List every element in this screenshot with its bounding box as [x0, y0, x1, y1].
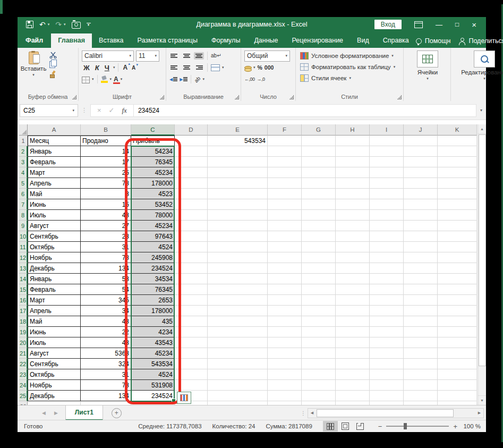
conditional-formatting-button[interactable]: Условное форматирование ▾ [300, 50, 401, 61]
ribbon-display-options-icon[interactable] [414, 21, 423, 28]
cell-A19[interactable]: Июнь [28, 327, 81, 337]
cell-B23[interactable]: 31 [81, 369, 131, 380]
cell-H13[interactable] [336, 263, 370, 274]
cell-B14[interactable]: 53 [81, 274, 131, 284]
helper-item[interactable]: Помощн [416, 37, 451, 45]
cell-E1[interactable]: 543534 [208, 136, 268, 146]
cell-K8[interactable] [438, 210, 477, 221]
cell-G9[interactable] [302, 221, 336, 231]
cell-D22[interactable] [175, 359, 208, 369]
orientation-icon[interactable]: ab [193, 75, 202, 83]
cell-K26[interactable] [438, 401, 477, 405]
cell-C2[interactable]: 54234 [131, 146, 175, 157]
cell-B3[interactable]: 17 [81, 157, 131, 167]
cell-C22[interactable]: 543534 [131, 359, 175, 369]
cell-D19[interactable] [175, 327, 208, 337]
cell-C7[interactable]: 53452 [131, 199, 175, 210]
cell-K20[interactable] [438, 337, 477, 348]
cell-E24[interactable] [208, 380, 268, 391]
cell-J25[interactable] [404, 391, 438, 401]
cell-J16[interactable] [404, 295, 438, 306]
cell-D14[interactable] [175, 274, 208, 284]
cell-C26[interactable] [131, 401, 175, 405]
cell-F25[interactable] [268, 391, 302, 401]
cell-A2[interactable]: Январь [28, 146, 81, 157]
undo-dropdown-icon[interactable]: ▾ [48, 22, 50, 27]
cell-I1[interactable] [370, 136, 404, 146]
scroll-right-icon[interactable]: ▶ [475, 411, 483, 415]
currency-dropdown-icon[interactable]: ▾ [253, 65, 255, 70]
cell-H21[interactable] [336, 348, 370, 359]
column-header-F[interactable]: F [268, 124, 302, 136]
cell-I8[interactable] [370, 210, 404, 221]
cell-H18[interactable] [336, 316, 370, 327]
row-header-2[interactable]: 2 [19, 146, 28, 157]
cell-H20[interactable] [336, 337, 370, 348]
cell-H24[interactable] [336, 380, 370, 391]
cell-C16[interactable]: 2653 [131, 295, 175, 306]
cell-I5[interactable] [370, 178, 404, 189]
cell-F23[interactable] [268, 369, 302, 380]
cell-K18[interactable] [438, 316, 477, 327]
row-header-18[interactable]: 18 [19, 316, 28, 327]
cell-C3[interactable]: 76345 [131, 157, 175, 167]
tab-разметка-страницы[interactable]: Разметка страницы [131, 33, 204, 48]
cell-D20[interactable] [175, 337, 208, 348]
cell-F12[interactable] [268, 252, 302, 263]
cell-B5[interactable]: 78 [81, 178, 131, 189]
cell-I15[interactable] [370, 284, 404, 295]
align-middle-button[interactable] [182, 52, 192, 60]
cell-D11[interactable] [175, 242, 208, 252]
cell-A20[interactable]: Июль [28, 337, 81, 348]
alignment-dialog-launcher-icon[interactable] [235, 95, 239, 99]
cell-D7[interactable] [175, 199, 208, 210]
cell-A10[interactable]: Сентябрь [28, 231, 81, 242]
cell-A9[interactable]: Август [28, 221, 81, 231]
cell-I11[interactable] [370, 242, 404, 252]
column-header-H[interactable]: H [336, 124, 370, 136]
cell-C15[interactable]: 76345 [131, 284, 175, 295]
cell-E21[interactable] [208, 348, 268, 359]
cell-H11[interactable] [336, 242, 370, 252]
font-color-icon[interactable]: А [114, 77, 118, 82]
cell-K19[interactable] [438, 327, 477, 337]
scroll-down-icon[interactable]: ▼ [478, 395, 486, 405]
editing-dropdown-icon[interactable]: ▾ [483, 77, 485, 81]
cell-D24[interactable] [175, 380, 208, 391]
cell-J1[interactable] [404, 136, 438, 146]
cell-J4[interactable] [404, 167, 438, 178]
increase-indent-icon[interactable]: ▶ [180, 77, 187, 82]
cell-G19[interactable] [302, 327, 336, 337]
cell-J24[interactable] [404, 380, 438, 391]
add-sheet-icon[interactable]: + [112, 408, 122, 418]
cell-styles-button[interactable]: Стили ячеек ▾ [300, 72, 401, 83]
font-size-select[interactable]: 11 ▾ [136, 50, 159, 62]
column-header-K[interactable]: K [438, 124, 477, 136]
cell-A12[interactable]: Ноябрь [28, 252, 81, 263]
cell-F14[interactable] [268, 274, 302, 284]
copy-icon[interactable] [49, 61, 55, 68]
cell-I26[interactable] [370, 401, 404, 405]
cell-C21[interactable]: 45234 [131, 348, 175, 359]
cell-B13[interactable]: 134 [81, 263, 131, 274]
row-header-25[interactable]: 25 [19, 391, 28, 401]
cell-F17[interactable] [268, 306, 302, 316]
cell-G18[interactable] [302, 316, 336, 327]
cell-J26[interactable] [404, 401, 438, 405]
cell-A4[interactable]: Март [28, 167, 81, 178]
row-header-16[interactable]: 16 [19, 295, 28, 306]
cell-J18[interactable] [404, 316, 438, 327]
cell-H12[interactable] [336, 252, 370, 263]
cell-K13[interactable] [438, 263, 477, 274]
align-right-button[interactable] [194, 64, 204, 71]
cell-I18[interactable] [370, 316, 404, 327]
cell-H1[interactable] [336, 136, 370, 146]
row-header-22[interactable]: 22 [19, 359, 28, 369]
cell-H16[interactable] [336, 295, 370, 306]
row-header-23[interactable]: 23 [19, 369, 28, 380]
currency-icon[interactable] [244, 66, 251, 71]
column-header-I[interactable]: I [370, 124, 404, 136]
cell-A14[interactable]: Январь [28, 274, 81, 284]
row-header-14[interactable]: 14 [19, 274, 28, 284]
tab-scroll-splitter[interactable]: ⋮ [301, 410, 305, 416]
